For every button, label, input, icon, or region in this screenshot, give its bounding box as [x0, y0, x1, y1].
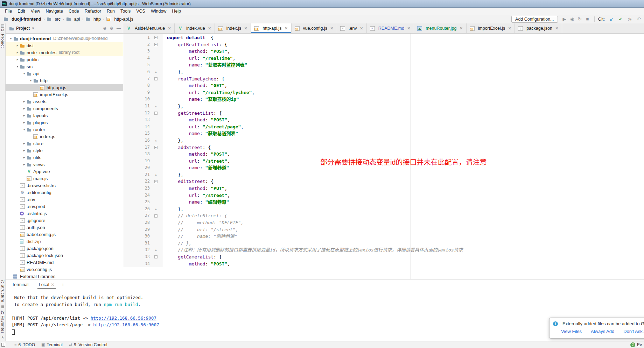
- add-configuration-button[interactable]: Add Configuration...: [511, 16, 558, 23]
- terminal-output[interactable]: Note that the development build is not o…: [6, 290, 644, 341]
- tree-item[interactable]: .env: [6, 196, 123, 203]
- tree-item[interactable]: JSmain.js: [6, 175, 123, 182]
- close-icon[interactable]: ✕: [360, 26, 363, 31]
- code-editor[interactable]: 1−export default {2− getRealTimeList: {3…: [123, 34, 644, 279]
- tree-item[interactable]: JSindex.js: [6, 133, 123, 140]
- tree-item[interactable]: ▸style: [6, 147, 123, 154]
- tree-item[interactable]: .eslintrc.js: [6, 210, 123, 217]
- close-icon[interactable]: ✕: [208, 26, 211, 31]
- chevron-icon[interactable]: ▸: [15, 51, 20, 54]
- chevron-icon[interactable]: ▸: [15, 44, 20, 47]
- tree-item[interactable]: ▸node_moduleslibrary root: [6, 49, 123, 56]
- menu-window[interactable]: Window: [148, 8, 169, 14]
- fold-icon[interactable]: −: [150, 254, 162, 261]
- locate-file-icon[interactable]: ⊕: [103, 26, 106, 31]
- menu-tools[interactable]: Tools: [118, 8, 133, 14]
- chevron-icon[interactable]: ▸: [22, 156, 27, 159]
- fold-icon[interactable]: −: [150, 110, 162, 117]
- stripe-favorites-button[interactable]: 2: Favorites: [1, 311, 5, 334]
- chevron-icon[interactable]: ▸: [22, 149, 27, 152]
- project-panel-title[interactable]: Project: [16, 26, 30, 31]
- menu-run[interactable]: Run: [104, 8, 118, 14]
- editor-tab-index-js[interactable]: JSindex.js✕: [215, 23, 251, 33]
- run-icon[interactable]: ▶: [561, 16, 568, 22]
- editor-tab-package-json[interactable]: package.json✕: [515, 23, 562, 33]
- fold-icon[interactable]: −: [150, 41, 162, 48]
- chevron-icon[interactable]: ▾: [28, 79, 33, 82]
- fold-icon[interactable]: ▲: [150, 171, 162, 178]
- close-icon[interactable]: ✕: [459, 26, 463, 31]
- hide-panel-icon[interactable]: —: [117, 26, 121, 31]
- fold-icon[interactable]: ▲: [150, 103, 162, 110]
- tree-item[interactable]: .env.prod: [6, 203, 123, 210]
- fold-icon[interactable]: ▲: [150, 206, 162, 213]
- editor-tab--env[interactable]: .env✕: [337, 23, 367, 33]
- fold-icon[interactable]: −: [150, 178, 162, 185]
- chevron-icon[interactable]: ▸: [22, 121, 27, 124]
- debug-icon[interactable]: ◉: [569, 16, 575, 22]
- terminal-tab-local[interactable]: Local ✕: [38, 280, 55, 289]
- tree-item[interactable]: ▾src: [6, 63, 123, 70]
- statusbar-9-version-control[interactable]: ⇄9: Version Control: [69, 342, 107, 347]
- git-commit-icon[interactable]: ✔: [617, 16, 624, 22]
- fold-icon[interactable]: ▲: [150, 137, 162, 144]
- tree-item[interactable]: ▾router: [6, 126, 123, 133]
- fold-icon[interactable]: −: [150, 76, 162, 83]
- history-icon[interactable]: ◷: [626, 16, 633, 22]
- fold-icon[interactable]: ▲: [150, 247, 162, 254]
- breadcrumb-item[interactable]: http: [85, 17, 101, 22]
- menu-edit[interactable]: Edit: [15, 8, 28, 14]
- chevron-icon[interactable]: ▸: [22, 142, 27, 145]
- chevron-icon[interactable]: ▸: [22, 100, 27, 103]
- breadcrumb-item[interactable]: src: [47, 17, 61, 22]
- stop-icon[interactable]: ■: [584, 16, 591, 22]
- tree-item[interactable]: ▸plugins: [6, 119, 123, 126]
- tree-item[interactable]: ▸views: [6, 161, 123, 168]
- close-icon[interactable]: ✕: [284, 26, 288, 31]
- fold-icon[interactable]: −: [150, 144, 162, 151]
- statusbar-terminal[interactable]: ▣Terminal: [41, 342, 63, 347]
- tree-item[interactable]: ▾api: [6, 70, 123, 77]
- chevron-icon[interactable]: ▾: [22, 128, 27, 131]
- fold-icon[interactable]: ▲: [150, 69, 162, 76]
- close-icon[interactable]: ✕: [407, 26, 411, 31]
- notification-action-view-files[interactable]: View Files: [561, 329, 582, 334]
- chevron-icon[interactable]: ▸: [22, 107, 27, 110]
- tree-item[interactable]: ▸components: [6, 105, 123, 112]
- fold-icon[interactable]: −: [150, 34, 162, 41]
- notification-action-always-add[interactable]: Always Add: [591, 329, 614, 334]
- fold-icon[interactable]: −: [150, 212, 162, 219]
- tree-item[interactable]: ⚙.editorconfig: [6, 189, 123, 196]
- settings-gear-icon[interactable]: ⚙: [110, 26, 113, 31]
- chevron-icon[interactable]: ▾: [15, 65, 20, 68]
- tree-item[interactable]: README.md: [6, 259, 123, 266]
- tree-item[interactable]: ▸assets: [6, 98, 123, 105]
- event-log-label[interactable]: Ev: [637, 342, 642, 347]
- menu-view[interactable]: View: [28, 8, 43, 14]
- close-icon[interactable]: ✕: [244, 26, 247, 31]
- editor-tab-index-vue[interactable]: Vindex.vue✕: [175, 23, 215, 33]
- menu-navigate[interactable]: Navigate: [43, 8, 66, 14]
- breadcrumb-item[interactable]: duoji-frontend: [4, 17, 41, 22]
- close-icon[interactable]: ✕: [330, 26, 334, 31]
- menu-refactor[interactable]: Refactor: [82, 8, 104, 14]
- close-icon[interactable]: ✕: [555, 26, 559, 31]
- breadcrumb-item[interactable]: JShttp-api.js: [106, 17, 133, 22]
- tree-item[interactable]: ▸layouts: [6, 112, 123, 119]
- editor-tab-http-api-js[interactable]: JShttp-api.js✕: [251, 23, 291, 33]
- chevron-icon[interactable]: ▸: [15, 58, 20, 61]
- notification-action-don-t-ask-agai[interactable]: Don't Ask Agai: [623, 329, 644, 334]
- terminal-link[interactable]: http://192.168.66.56:9007: [93, 322, 159, 327]
- stripe-structure-button[interactable]: 7: Structure: [1, 279, 5, 302]
- tree-item[interactable]: JShttp-api.js: [6, 84, 123, 91]
- breadcrumb-item[interactable]: api: [66, 17, 80, 22]
- chevron-icon[interactable]: ▸: [22, 114, 27, 117]
- tree-item[interactable]: package.json: [6, 245, 123, 252]
- event-count-badge[interactable]: 2: [630, 342, 635, 347]
- menu-file[interactable]: File: [2, 8, 15, 14]
- stripe-project-button[interactable]: 1: Project: [1, 29, 5, 48]
- tree-item[interactable]: JSimportExcel.js: [6, 91, 123, 98]
- chevron-icon[interactable]: ▾: [22, 72, 27, 75]
- editor-tab-vue-config-js[interactable]: JSvue.config.js✕: [292, 23, 337, 33]
- chevron-icon[interactable]: ▸: [22, 163, 27, 166]
